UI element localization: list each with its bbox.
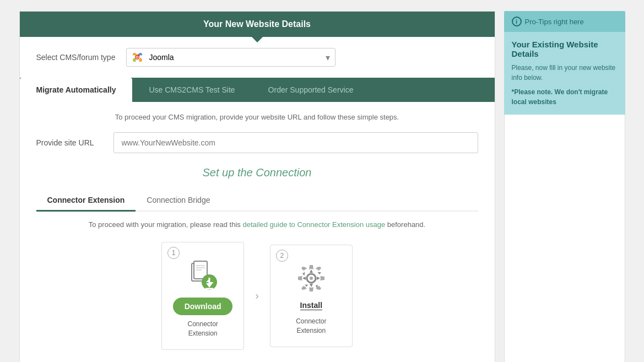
sidebar-note: *Please note. We don't migrate local web…	[512, 87, 618, 107]
download-button[interactable]: Download	[173, 298, 232, 315]
svg-point-2	[137, 57, 138, 58]
step-2-number: 2	[276, 250, 288, 262]
install-label-wrapper: Install	[282, 300, 341, 312]
sidebar-existing-text: Please, now fill in your new website inf…	[512, 63, 618, 83]
steps-row: 1	[36, 242, 478, 350]
sidebar-spacer	[504, 115, 625, 362]
connection-tabs: Connector Extension Connection Bridge	[36, 190, 478, 212]
sidebar-existing-details: Your Existing Website Details Please, no…	[504, 32, 625, 115]
conn-instruction: To proceed with your migration, please r…	[36, 220, 478, 229]
cms-select[interactable]: Joomla WordPress Drupal Magento	[126, 48, 335, 67]
steps-arrow-icon: ›	[255, 289, 259, 302]
tab-cms2cms-test-site[interactable]: Use CMS2CMS Test Site	[132, 78, 251, 102]
conn-tab-connection-bridge[interactable]: Connection Bridge	[136, 190, 221, 212]
sidebar-existing-title: Your Existing Website Details	[512, 40, 618, 58]
cms-select-label: Select CMS/forum type	[36, 53, 116, 62]
tips-info-icon: i	[512, 17, 522, 26]
tips-label: Pro-Tips right here	[525, 18, 584, 26]
conn-tab-connector-extension[interactable]: Connector Extension	[36, 190, 136, 212]
install-step-icon	[295, 262, 328, 295]
step-1-number: 1	[167, 247, 180, 259]
conn-instruction-suffix: beforehand.	[385, 220, 425, 229]
tab-order-supported-service[interactable]: Order Supported Service	[252, 78, 370, 102]
main-tabs-bar: Migrate Automatically Use CMS2CMS Test S…	[20, 78, 495, 102]
site-url-label: Provide site URL	[36, 138, 102, 147]
sidebar: i Pro-Tips right here Your Existing Webs…	[504, 11, 625, 362]
cms-select-row: Select CMS/forum type Joom	[20, 37, 495, 78]
panel-header: Your New Website Details	[20, 12, 495, 37]
step-2-label: Connector Extension	[282, 317, 341, 336]
site-url-input[interactable]	[113, 132, 478, 153]
step-1-box: 1	[161, 242, 244, 350]
setup-title-plain: Set up	[203, 166, 237, 179]
tab-migrate-automatically[interactable]: Migrate Automatically	[20, 78, 133, 102]
instruction-text: To proceed your CMS migration, provide y…	[36, 113, 478, 121]
svg-point-15	[310, 277, 313, 280]
tab-content-area: To proceed your CMS migration, provide y…	[20, 102, 495, 362]
step-1-label: Connector Extension	[173, 320, 232, 338]
panel-title: Your New Website Details	[203, 19, 311, 29]
conn-instruction-link[interactable]: detailed guide to Connector Extension us…	[242, 220, 385, 229]
conn-instruction-plain: To proceed with your migration, please r…	[89, 220, 243, 229]
site-url-row: Provide site URL	[36, 132, 478, 153]
download-step-icon	[186, 259, 219, 292]
install-action-label: Install	[300, 301, 322, 310]
step-2-box: 2	[270, 245, 353, 347]
setup-title: Set up the Connection	[36, 166, 478, 179]
cms-select-wrapper: Joomla WordPress Drupal Magento ▾	[126, 48, 335, 67]
sidebar-tips-header: i Pro-Tips right here	[504, 11, 625, 32]
setup-title-italic: the Connection	[237, 166, 312, 179]
joomla-icon	[131, 51, 144, 64]
